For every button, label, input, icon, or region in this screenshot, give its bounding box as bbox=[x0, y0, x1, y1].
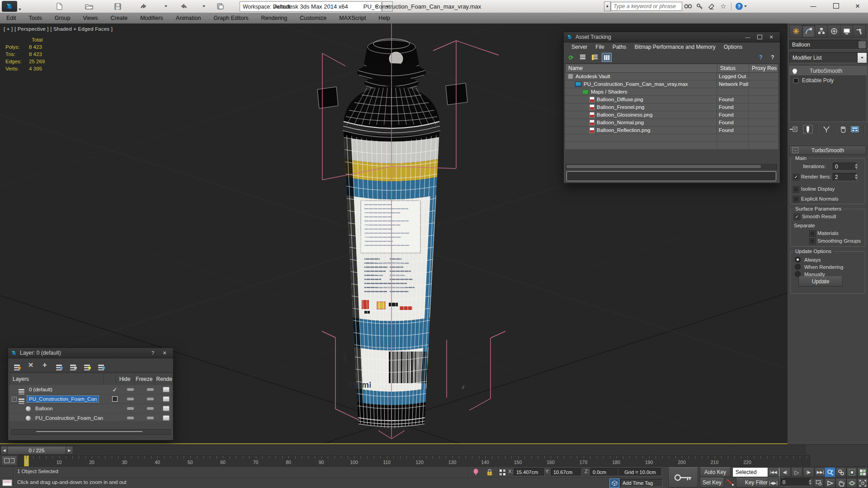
set-project-folder-icon[interactable] bbox=[214, 1, 226, 11]
update-mode-when-rendering[interactable]: When Rendering bbox=[795, 264, 843, 270]
layer-row-pu-construction-foam-can[interactable]: -PU_Construction_Foam_Can bbox=[9, 394, 172, 404]
menu-group[interactable]: Group bbox=[48, 13, 77, 23]
minimize-button[interactable]: — bbox=[803, 0, 824, 12]
zoom-extents[interactable] bbox=[846, 467, 857, 477]
utilities-tab[interactable] bbox=[853, 25, 866, 38]
asset-row-maps-shaders[interactable]: Maps / Shaders bbox=[565, 88, 778, 96]
coord-z-field[interactable]: 0.0cm bbox=[590, 468, 618, 476]
set-current-layer-icon[interactable] bbox=[68, 361, 78, 370]
save-file-icon[interactable] bbox=[112, 1, 123, 11]
menu-tools[interactable]: Tools bbox=[23, 13, 48, 23]
set-key-button[interactable]: Set Key bbox=[700, 478, 724, 488]
coord-y-field[interactable]: 10.67cm bbox=[551, 468, 582, 476]
render-toggle-icon[interactable] bbox=[163, 396, 170, 402]
next-frame-arrow[interactable]: ► bbox=[66, 446, 73, 455]
select-objects-in-layer-icon[interactable] bbox=[54, 361, 64, 370]
layer-properties-icon[interactable] bbox=[96, 361, 106, 370]
render-iters-checkbox[interactable]: ✓ bbox=[793, 174, 799, 180]
help-icon[interactable]: ? bbox=[768, 53, 777, 61]
play-animation[interactable]: ▷ bbox=[791, 467, 802, 477]
previous-frame[interactable]: ◀| bbox=[779, 467, 791, 477]
asset-menu-paths[interactable]: Paths bbox=[609, 44, 631, 50]
zoom-extents-all[interactable] bbox=[857, 467, 868, 477]
pan[interactable] bbox=[835, 478, 846, 488]
help-icon[interactable]: ? bbox=[147, 349, 159, 357]
refresh-icon[interactable]: ⟳ bbox=[566, 53, 576, 61]
transform-gizmo-icon[interactable] bbox=[499, 469, 506, 476]
time-slider-handle[interactable]: 0 / 225 bbox=[7, 446, 66, 455]
modify-tab[interactable] bbox=[802, 25, 815, 38]
asset-table-header[interactable]: Name Status Proxy Res bbox=[565, 64, 778, 73]
application-menu-button[interactable] bbox=[2, 1, 17, 12]
help-icon[interactable]: ? bbox=[733, 1, 749, 11]
search-input[interactable] bbox=[611, 2, 682, 11]
delete-layer-icon[interactable]: ✕ bbox=[26, 361, 36, 370]
turbosmooth-rollout-header[interactable]: - TurboSmooth bbox=[789, 145, 866, 155]
iterations-spinner[interactable] bbox=[854, 163, 859, 170]
hide-toggle-icon[interactable] bbox=[127, 407, 134, 410]
menu-views[interactable]: Views bbox=[76, 13, 104, 23]
time-slider-track[interactable]: ◄ 0 / 225 ► bbox=[0, 445, 806, 455]
workspace-flyout-button[interactable] bbox=[382, 1, 393, 12]
redo-icon[interactable] bbox=[179, 1, 188, 11]
isoline-display-checkbox[interactable] bbox=[793, 186, 799, 192]
radio-icon[interactable] bbox=[795, 257, 801, 263]
search-flyout-icon[interactable] bbox=[604, 1, 611, 11]
smoothing-groups-checkbox[interactable] bbox=[809, 238, 816, 244]
close-button[interactable]: ✕ bbox=[847, 0, 868, 12]
undo-caret-icon[interactable] bbox=[163, 1, 169, 11]
asset-row-balloon-glossiness-png[interactable]: Balloon_Glossiness.pngFound bbox=[565, 111, 778, 119]
asset-row-balloon-diffuse-png[interactable]: Balloon_Diffuse.pngFound bbox=[565, 96, 778, 103]
field-of-view[interactable] bbox=[825, 478, 835, 488]
asset-menu-file[interactable]: File bbox=[591, 44, 608, 50]
hide-toggle-icon[interactable] bbox=[127, 417, 134, 419]
explicit-normals-checkbox[interactable] bbox=[793, 196, 799, 202]
undo-icon[interactable] bbox=[139, 1, 148, 11]
asset-horizontal-scrollbar[interactable] bbox=[566, 164, 777, 169]
render-toggle-icon[interactable] bbox=[163, 415, 170, 421]
motion-tab[interactable] bbox=[827, 25, 840, 38]
modifier-stack[interactable]: TurboSmooth Editable Poly bbox=[789, 66, 867, 122]
favorites-star-icon[interactable]: ☆ bbox=[717, 1, 729, 11]
menu-rendering[interactable]: Rendering bbox=[255, 13, 294, 23]
time-configuration-button[interactable] bbox=[814, 479, 824, 488]
asset-row-balloon-reflection-png[interactable]: Balloon_Reflection.pngFound bbox=[565, 127, 778, 134]
communicate-balloon-icon[interactable] bbox=[473, 469, 479, 476]
render-toggle-icon[interactable] bbox=[163, 387, 170, 392]
collapse-icon[interactable]: - bbox=[793, 147, 798, 153]
frame-ruler[interactable]: 0102030405060708090100110120130140150160… bbox=[18, 455, 810, 467]
layer-table-header[interactable]: Layers Hide Freeze Rende bbox=[9, 373, 173, 385]
display-tab[interactable] bbox=[840, 25, 853, 38]
object-name-field[interactable]: Balloon bbox=[789, 40, 861, 50]
make-unique-icon[interactable] bbox=[822, 126, 830, 133]
asset-row-balloon-normal-png[interactable]: Balloon_Normal.pngFound bbox=[565, 119, 778, 127]
stack-item-turbosmooth[interactable]: TurboSmooth bbox=[790, 66, 867, 76]
menu-help[interactable]: Help bbox=[372, 13, 396, 23]
freeze-toggle-icon[interactable] bbox=[147, 388, 154, 391]
hierarchy-tab[interactable] bbox=[815, 25, 828, 38]
coord-x-field[interactable]: 15.407cm bbox=[514, 468, 545, 476]
workspace-selector[interactable]: Workspace: Default bbox=[240, 1, 382, 12]
redo-caret-icon[interactable] bbox=[201, 1, 207, 11]
open-mini-curve-editor-button[interactable] bbox=[1, 455, 17, 466]
modifier-list-dropdown[interactable]: Modifier List bbox=[789, 52, 863, 63]
show-end-result-icon[interactable] bbox=[803, 125, 813, 134]
hide-toggle-icon[interactable] bbox=[127, 388, 134, 391]
asset-menu-bitmap-performance-and-memory[interactable]: Bitmap Performance and Memory bbox=[630, 44, 719, 50]
radio-icon[interactable] bbox=[795, 271, 801, 277]
layer-explorer-titlebar[interactable]: Layer: 0 (default) ? ✕ bbox=[8, 348, 173, 358]
stack-item-editable-poly[interactable]: Editable Poly bbox=[790, 76, 867, 85]
create-new-layer-icon[interactable] bbox=[12, 361, 22, 370]
table-view-icon[interactable] bbox=[602, 53, 612, 62]
frame-spinner[interactable] bbox=[807, 478, 813, 486]
go-to-start[interactable]: |◀◀ bbox=[768, 467, 779, 477]
add-time-tag[interactable]: Add Time Tag bbox=[620, 479, 663, 487]
isolate-cube-icon[interactable] bbox=[609, 479, 619, 488]
freeze-toggle-icon[interactable] bbox=[147, 417, 154, 419]
asset-row-balloon-fresnel-png[interactable]: Balloon_Fresnel.pngFound bbox=[565, 103, 778, 111]
list-view-icon[interactable] bbox=[578, 53, 587, 61]
asset-row-autodesk-vault[interactable]: Autodesk VaultLogged Out ... bbox=[565, 73, 778, 80]
maximize-icon[interactable] bbox=[754, 33, 765, 41]
asset-menu-server[interactable]: Server bbox=[567, 44, 591, 50]
maximize-button[interactable] bbox=[826, 0, 846, 12]
